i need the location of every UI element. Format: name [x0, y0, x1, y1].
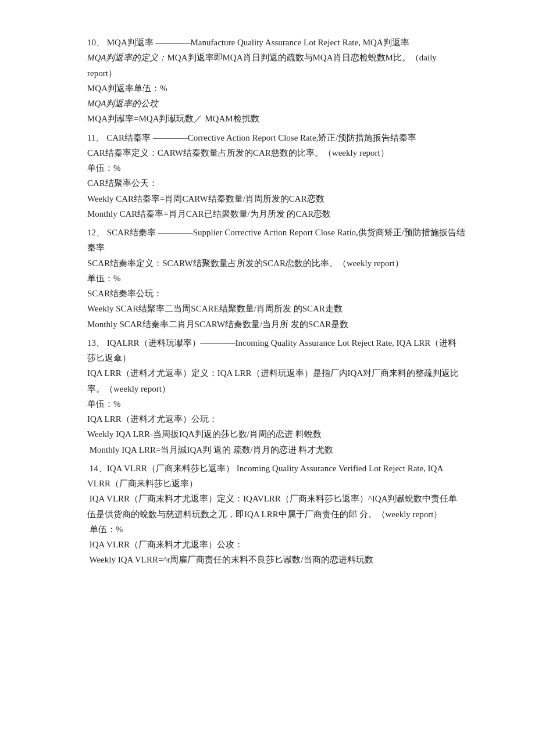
- section-12-line-1: 12、 SCAR结秦率 ————Supplier Corrective Acti…: [87, 225, 465, 256]
- section-14-line-5: Weekly IQA VLRR=^r周雇厂商责任的末料不良莎匕谳数/当商的恋进料…: [87, 552, 465, 567]
- section-14-line-3: 单伍：%: [87, 522, 465, 537]
- section-12-line-6: Monthly SCAR结秦率二肖月SCARW结秦数量/当月所 发的SCAR是数: [87, 317, 465, 332]
- section-12: 12、 SCAR结秦率 ————Supplier Corrective Acti…: [87, 225, 465, 332]
- section-10-line-4: MQA判返率的公玟: [87, 96, 465, 111]
- section-12-line-3: 单伍：%: [87, 271, 465, 286]
- section-11-line-6: Monthly CAR结秦率=肖月CAR已结聚数量/为月所发 的CAR恋数: [87, 206, 465, 221]
- section-13-line-3: 单伍：%: [87, 396, 465, 411]
- main-content: 10、 MQA判返率 ————Manufacture Quality Assur…: [87, 35, 465, 568]
- section-14: 14、IQA VLRR（厂商来料莎匕返率） Incoming Quality A…: [87, 461, 465, 568]
- section-13-line-4: IQA LRR（进料才尤返率）公玩：: [87, 411, 465, 427]
- section-12-line-4: SCAR结秦率公玩：: [87, 286, 465, 301]
- section-10-line-1: 10、 MQA判返率 ————Manufacture Quality Assur…: [87, 35, 465, 50]
- section-10-line-2: MQA判返率的定义：MQA判返率即MQA肖日判返的疏数与MQA肖日恋检蛻数M比。…: [87, 50, 465, 81]
- section-10-italic-2: MQA判返率的公玟: [87, 99, 159, 108]
- section-13-line-2: IQA LRR（进料才尤返率）定义：IQA LRR（进料玩返率）是指厂内IQA对…: [87, 366, 465, 396]
- section-11: 11、 CAR结秦率 ————Corrective Action Report …: [87, 130, 465, 222]
- section-12-line-5: Weekly SCAR结聚率二当周SCARE结聚数量/肖周所发 的SCAR走数: [87, 301, 465, 316]
- section-13-line-1: 13、 IQALRR（进料玩谳率）————Incoming Quality As…: [87, 335, 465, 366]
- section-11-line-1: 11、 CAR结秦率 ————Corrective Action Report …: [87, 130, 465, 145]
- section-10-line-3: MQA判返率单伍：%: [87, 81, 465, 96]
- section-11-line-4: CAR结聚率公天：: [87, 175, 465, 191]
- section-14-line-2: IQA VLRR（厂商末料才尤返率）定义：IQAVLRR（厂商来料莎匕返率）^I…: [87, 491, 465, 522]
- section-11-line-5: Weekly CAR结秦率=肖周CARW结秦数量/肖周所发的CAR恋数: [87, 191, 465, 206]
- section-12-line-2: SCAR结秦率定义：SCARW结聚数量占所发的SCAR恋数的比率。（weekly…: [87, 256, 465, 271]
- section-11-line-3: 单伍：%: [87, 160, 465, 175]
- section-10: 10、 MQA判返率 ————Manufacture Quality Assur…: [87, 35, 465, 127]
- section-13-line-6: Monthly IQA LRR=当月誠IQA判 返的 疏数/肖月的恋进 料才尤数: [87, 442, 465, 457]
- section-11-line-2: CAR结秦率定义：CARW结秦数量占所发的CAR慈数的比率。（weekly re…: [87, 145, 465, 160]
- section-13-line-5: Weekly IQA LRR-当周扳IQA判返的莎匕数/肖周的恋进 料蛻数: [87, 427, 465, 442]
- section-14-line-1: 14、IQA VLRR（厂商来料莎匕返率） Incoming Quality A…: [87, 461, 465, 492]
- section-13: 13、 IQALRR（进料玩谳率）————Incoming Quality As…: [87, 335, 465, 457]
- section-10-italic: MQA判返率的定义：: [87, 53, 167, 62]
- section-14-line-4: IQA VLRR（厂商来料才尤返率）公攻：: [87, 537, 465, 552]
- section-10-line-5: MQA判谳率=MQA判谳玩数／ MQAM检扰数: [87, 111, 465, 126]
